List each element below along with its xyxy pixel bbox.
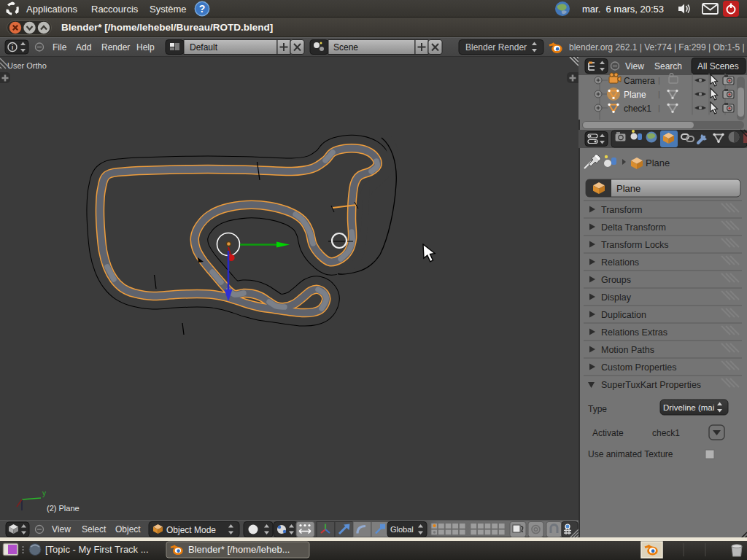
svg-text:Object: Object xyxy=(115,524,141,534)
svg-text:Custom Properties: Custom Properties xyxy=(601,362,677,373)
svg-text:Driveline (mai: Driveline (mai xyxy=(663,403,714,412)
svg-text:Default: Default xyxy=(190,42,218,52)
svg-text:Type: Type xyxy=(588,404,607,414)
svg-text:Global: Global xyxy=(390,525,414,534)
svg-text:File: File xyxy=(53,42,67,52)
svg-text:Motion Paths: Motion Paths xyxy=(601,345,654,355)
svg-text:Select: Select xyxy=(82,524,107,534)
svg-text:Render: Render xyxy=(101,42,130,52)
svg-text:Add: Add xyxy=(76,42,91,52)
svg-text:Search: Search xyxy=(654,61,682,71)
svg-text:|: | xyxy=(658,76,660,85)
svg-text:View: View xyxy=(52,524,71,534)
svg-text:blender.org 262.1 | Ve:774 | F: blender.org 262.1 | Ve:774 | Fa:299 | Ob… xyxy=(569,42,747,52)
svg-text:Use animated Texture: Use animated Texture xyxy=(588,449,673,459)
svg-text:Plane: Plane xyxy=(646,158,670,168)
svg-text:Blender Render: Blender Render xyxy=(465,42,527,52)
svg-text:Camera: Camera xyxy=(624,76,655,86)
svg-text:Help: Help xyxy=(136,42,155,52)
svg-text:Activate: Activate xyxy=(592,428,624,438)
svg-text:?: ? xyxy=(199,3,206,15)
svg-text:Transform Locks: Transform Locks xyxy=(601,240,669,250)
svg-text:Display: Display xyxy=(601,292,632,303)
svg-text:Duplication: Duplication xyxy=(601,310,646,320)
svg-text:check1: check1 xyxy=(624,104,651,114)
svg-text:Plane: Plane xyxy=(624,90,646,100)
svg-text:Object Mode: Object Mode xyxy=(166,525,216,535)
svg-text:Relations: Relations xyxy=(601,257,639,268)
svg-text:Scene: Scene xyxy=(333,42,358,52)
svg-text:Blender* [/home/leheb...: Blender* [/home/leheb... xyxy=(188,544,290,555)
svg-text:[Topic - My First Track ...: [Topic - My First Track ... xyxy=(45,544,149,555)
svg-text:Relations Extras: Relations Extras xyxy=(601,327,667,338)
svg-text:i: i xyxy=(12,44,14,51)
svg-text:check1: check1 xyxy=(652,428,680,438)
svg-text:View: View xyxy=(625,61,644,71)
svg-text:All Scenes: All Scenes xyxy=(697,61,739,71)
svg-text:|: | xyxy=(658,90,660,98)
svg-text:SuperTuxKart Properties: SuperTuxKart Properties xyxy=(601,380,701,390)
svg-text:|: | xyxy=(658,104,660,112)
svg-text:Plane: Plane xyxy=(616,183,640,194)
svg-text:Delta Transform: Delta Transform xyxy=(601,222,666,233)
svg-text:Groups: Groups xyxy=(601,275,631,285)
svg-text:Transform: Transform xyxy=(601,205,643,215)
svg-text:y: y xyxy=(42,489,46,497)
